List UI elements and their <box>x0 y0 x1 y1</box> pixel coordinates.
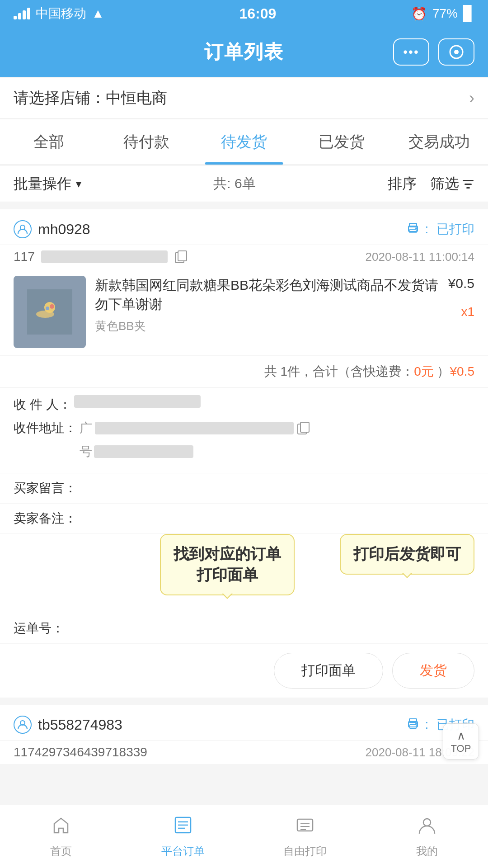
tooltip-container: 找到对应的订单打印面单 打印后发货即可 <box>0 534 488 600</box>
seller-note-label: 卖家备注： <box>14 510 77 527</box>
store-selector[interactable]: 请选择店铺：中恒电商 › <box>0 78 488 118</box>
up-arrow-icon: ∧ <box>457 729 465 743</box>
total-price: ¥0.5 <box>450 364 475 378</box>
nav-orders-label: 平台订单 <box>161 844 205 859</box>
svg-point-16 <box>46 307 49 310</box>
svg-point-32 <box>423 819 431 826</box>
store-selector-arrow-icon: › <box>469 89 474 108</box>
printer-icon-2 <box>406 716 420 734</box>
scroll-top-button[interactable]: ∧ TOP <box>443 723 479 760</box>
user-icon <box>14 220 32 238</box>
svg-point-15 <box>50 304 54 309</box>
tab-bar: 全部 待付款 待发货 已发货 交易成功 <box>0 119 488 165</box>
user-icon-2 <box>14 716 32 734</box>
clock-icon: ⏰ <box>411 6 427 21</box>
tab-pending-ship[interactable]: 待发货 <box>195 119 293 165</box>
seller-note-row: 卖家备注： <box>0 504 488 534</box>
tab-pending-pay[interactable]: 待付款 <box>98 119 195 165</box>
free-print-icon <box>295 815 315 840</box>
svg-point-1 <box>454 50 459 54</box>
product-image <box>14 276 86 348</box>
nav-orders[interactable]: 平台订单 <box>122 805 244 868</box>
svg-rect-3 <box>465 184 472 185</box>
order-card-1: mh0928 : 已打印 117 2020-08-11 <box>0 209 488 698</box>
svg-point-9 <box>415 227 417 229</box>
address-row: 收件地址： 广 号 <box>14 419 474 461</box>
copy-icon[interactable] <box>174 250 188 264</box>
tab-shipped[interactable]: 已发货 <box>293 119 390 165</box>
order-date: 2020-08-11 11:00:14 <box>366 250 474 264</box>
order-id-2: 1174297346439718339 <box>14 745 147 760</box>
username: mh0928 <box>38 221 90 238</box>
tab-success[interactable]: 交易成功 <box>390 119 488 165</box>
scan-button[interactable] <box>438 38 474 66</box>
tooltip-print: 找到对应的订单打印面单 <box>160 534 295 595</box>
address-value: 广 号 <box>80 419 427 461</box>
toolbar-right: 排序 筛选 <box>388 174 474 194</box>
svg-rect-11 <box>178 251 187 261</box>
page-title: 订单列表 <box>204 39 284 65</box>
toolbar: 批量操作 ▾ 共: 6单 排序 筛选 <box>0 166 488 202</box>
nav-me-label: 我的 <box>416 844 438 859</box>
svg-rect-4 <box>466 187 470 189</box>
order-header: mh0928 : 已打印 <box>0 209 488 245</box>
nav-home-label: 首页 <box>50 844 72 859</box>
order-id: 117 <box>14 250 188 264</box>
username-2: tb558274983 <box>38 717 122 733</box>
status-bar: 中国移动 ▲ 16:09 ⏰ 77% ▊ <box>0 0 488 27</box>
sort-button[interactable]: 排序 <box>388 174 417 194</box>
wifi-icon: ▲ <box>92 6 104 21</box>
ship-button[interactable]: 发货 <box>392 653 474 689</box>
header: 订单列表 ••• <box>0 27 488 77</box>
orders-icon <box>173 815 193 840</box>
svg-rect-2 <box>463 180 474 181</box>
nav-free-print[interactable]: 自由打印 <box>244 805 366 868</box>
home-icon <box>51 815 71 840</box>
svg-point-23 <box>415 723 417 725</box>
order-user-2: tb558274983 <box>14 716 122 734</box>
top-label: TOP <box>451 743 471 755</box>
order-id-row-2: 1174297346439718339 2020-08-11 18:09:22 <box>0 741 488 764</box>
filter-icon <box>462 178 474 190</box>
status-left: 中国移动 ▲ <box>14 5 104 22</box>
nav-free-print-label: 自由打印 <box>283 844 327 859</box>
address-copy-icon[interactable] <box>296 421 311 435</box>
more-button[interactable]: ••• <box>393 38 429 66</box>
tracking-label: 运单号： <box>14 620 72 637</box>
bottom-nav: 首页 平台订单 自由打印 <box>0 805 488 868</box>
status-right: ⏰ 77% ▊ <box>411 5 474 22</box>
recipient-value <box>74 395 201 408</box>
address-label: 收件地址： <box>14 419 77 438</box>
product-price-qty: ¥0.5 x1 <box>448 276 474 319</box>
print-status-label: 已打印 <box>436 221 474 238</box>
nav-home[interactable]: 首页 <box>0 805 122 868</box>
order-summary: 共 1件，合计（含快递费：0元 ）¥0.5 <box>0 356 488 388</box>
print-button[interactable]: 打印面单 <box>274 653 383 689</box>
nav-me[interactable]: 我的 <box>366 805 488 868</box>
item-count: 1 <box>281 364 288 378</box>
product-qty: x1 <box>461 305 474 319</box>
order-header-2: tb558274983 : 已打印 <box>0 705 488 741</box>
product-row: 新款韩国网红同款糖果BB花朵彩色刘海测试商品不发货请勿下单谢谢 黄色BB夹 ¥0… <box>0 269 488 356</box>
signal-icon <box>14 8 30 19</box>
me-icon <box>417 815 437 840</box>
address-section: 收 件 人： 收件地址： 广 号 <box>0 388 488 473</box>
action-buttons: 打印面单 发货 <box>0 644 488 698</box>
batch-operation-button[interactable]: 批量操作 ▾ <box>14 174 81 194</box>
shipping-fee: 0元 <box>414 364 434 378</box>
chevron-down-icon: ▾ <box>76 178 81 190</box>
product-name: 新款韩国网红同款糖果BB花朵彩色刘海测试商品不发货请勿下单谢谢 <box>95 276 439 314</box>
tooltip-ship: 打印后发货即可 <box>340 534 474 575</box>
product-info: 新款韩国网红同款糖果BB花朵彩色刘海测试商品不发货请勿下单谢谢 黄色BB夹 <box>95 276 439 334</box>
store-selector-text: 请选择店铺：中恒电商 <box>14 88 167 108</box>
recipient-label: 收 件 人： <box>14 395 71 414</box>
order-count: 共: 6单 <box>213 175 255 193</box>
printer-icon <box>406 221 420 238</box>
time-label: 16:09 <box>239 5 276 22</box>
buyer-remark-row: 买家留言： <box>0 473 488 504</box>
tab-all[interactable]: 全部 <box>0 119 98 165</box>
product-variant: 黄色BB夹 <box>95 318 439 334</box>
product-price: ¥0.5 <box>448 276 474 291</box>
filter-button[interactable]: 筛选 <box>430 174 474 194</box>
svg-rect-18 <box>300 422 309 432</box>
